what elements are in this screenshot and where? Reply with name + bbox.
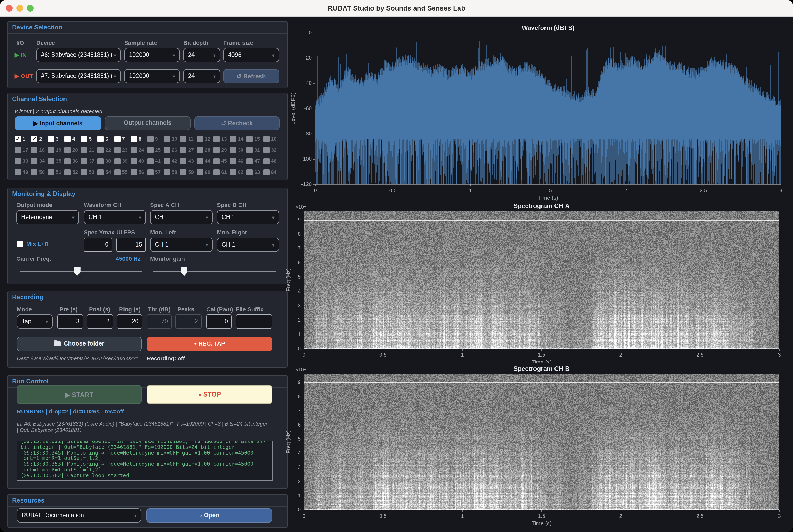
channel-cell: 10 xyxy=(164,133,180,144)
checkbox-icon xyxy=(48,147,54,153)
mix-lr-checkbox[interactable]: Mix L+R xyxy=(17,241,49,247)
checkbox-icon[interactable] xyxy=(81,136,88,142)
channel-cell: 48 xyxy=(263,155,279,167)
recheck-button[interactable]: ↺ Recheck xyxy=(194,116,279,130)
output-samplerate-dropdown[interactable]: 192000▼ xyxy=(124,69,179,83)
channel-cell: 51 xyxy=(48,167,64,177)
channel-number: 16 xyxy=(271,136,276,142)
gain-slider[interactable] xyxy=(153,266,276,277)
output-channels-button[interactable]: Output channels xyxy=(105,116,191,130)
channel-cell: 14 xyxy=(230,133,247,144)
ring-input[interactable]: 20 xyxy=(117,315,142,329)
recording-panel: Recording Mode Pre (s) Post (s) Ring (s)… xyxy=(7,291,288,368)
framesize-dropdown[interactable]: 4096▼ xyxy=(223,48,279,62)
checkbox-checked-icon[interactable]: ✓ xyxy=(15,136,21,142)
channel-number: 24 xyxy=(138,147,144,153)
channel-cell: 44 xyxy=(197,155,214,167)
mon-left-dropdown[interactable]: CH 1▼ xyxy=(150,238,213,252)
channel-number: 5 xyxy=(89,136,92,142)
output-device-dropdown[interactable]: #7: Babyface (23461881) (...▼ xyxy=(36,69,121,83)
mode-label: Mode xyxy=(17,306,32,312)
open-button[interactable]: ○ Open xyxy=(147,508,272,522)
mode-dropdown[interactable]: Tap▼ xyxy=(17,315,53,329)
output-mode-dropdown[interactable]: Heterodyne▼ xyxy=(16,210,79,224)
checkbox-icon[interactable] xyxy=(114,136,120,142)
slider-track[interactable] xyxy=(153,271,276,272)
start-button[interactable]: ▶ START xyxy=(17,385,142,404)
slider-thumb[interactable] xyxy=(74,267,81,276)
channel-cell: 63 xyxy=(247,167,263,177)
post-input[interactable]: 2 xyxy=(87,315,113,329)
input-device-dropdown[interactable]: #6: Babyface (23461881) (...▼ xyxy=(36,48,121,62)
channel-number: 15 xyxy=(254,136,260,142)
channel-cell: 62 xyxy=(230,167,247,177)
checkbox-icon[interactable] xyxy=(97,136,104,142)
output-bitdepth-dropdown[interactable]: 24▼ xyxy=(183,69,220,83)
channel-cell[interactable]: 8 xyxy=(131,133,147,144)
channel-number: 62 xyxy=(238,169,243,175)
channel-cell[interactable]: 6 xyxy=(97,133,114,144)
checkbox-icon[interactable] xyxy=(131,136,137,142)
log-line: [09:13:30.382] Capture loop started xyxy=(21,473,269,479)
checkbox-checked-icon[interactable]: ✓ xyxy=(31,136,38,142)
titlebar: RUBAT Studio by Sounds and Senses Lab xyxy=(0,0,793,17)
rec-tap-button[interactable]: ● REC. TAP xyxy=(147,337,272,352)
input-channels-button[interactable]: ▶ Input channels xyxy=(15,116,101,130)
channel-cell: 49 xyxy=(15,167,31,177)
channel-cell: 42 xyxy=(164,155,180,167)
stop-button[interactable]: ■ STOP xyxy=(147,385,272,404)
channel-number: 47 xyxy=(254,158,260,164)
spec-b-dropdown[interactable]: CH 1▼ xyxy=(217,210,279,224)
channel-number: 14 xyxy=(238,136,243,142)
channel-number: 18 xyxy=(39,147,45,153)
channel-cell[interactable]: 4 xyxy=(64,133,81,144)
file-suffix-input[interactable] xyxy=(236,315,272,329)
waveform-ch-dropdown[interactable]: CH 1▼ xyxy=(84,210,146,224)
col-io-label: I/O xyxy=(16,39,24,46)
checkbox-icon[interactable] xyxy=(64,136,71,142)
panel-title-device: Device Selection xyxy=(12,24,62,31)
checkbox-icon xyxy=(114,147,120,153)
carrier-slider[interactable] xyxy=(20,266,142,277)
waveform-ch-label: Waveform CH xyxy=(84,202,121,208)
spec-a-dropdown[interactable]: CH 1▼ xyxy=(150,210,213,224)
checkbox-icon xyxy=(214,169,220,175)
spec-a-label: Spec A CH xyxy=(150,202,179,208)
checkbox-icon xyxy=(131,169,137,175)
refresh-button[interactable]: ↺ Refresh xyxy=(223,69,279,83)
choose-folder-button[interactable]: Choose folder xyxy=(17,337,142,352)
pre-input[interactable]: 3 xyxy=(57,315,83,329)
chevron-down-icon: ▼ xyxy=(212,53,216,58)
channel-cell: 54 xyxy=(97,167,114,177)
channel-cell[interactable]: ✓2 xyxy=(31,133,48,144)
channel-cell[interactable]: 7 xyxy=(114,133,131,144)
documentation-dropdown[interactable]: RUBAT Documentation▼ xyxy=(17,508,141,522)
spectrogram-b-chart xyxy=(284,364,788,529)
channel-number: 58 xyxy=(172,169,177,175)
slider-thumb[interactable] xyxy=(181,267,188,276)
channel-cell[interactable]: 3 xyxy=(48,133,64,144)
slider-track[interactable] xyxy=(20,271,142,272)
channel-number: 39 xyxy=(122,158,128,164)
channel-cell: 28 xyxy=(197,144,214,155)
channel-cell: 46 xyxy=(230,155,247,167)
channel-cell[interactable]: ✓1 xyxy=(15,133,31,144)
channel-cell[interactable]: 5 xyxy=(81,133,98,144)
output-io-badge: ▶ OUT xyxy=(15,73,33,79)
input-bitdepth-dropdown[interactable]: 24▼ xyxy=(183,48,220,62)
channel-number: 53 xyxy=(89,169,95,175)
ui-fps-input[interactable]: 15 xyxy=(116,238,146,252)
log-line: bit integer | Out="Babyface (23461881)" … xyxy=(21,444,269,450)
spec-ymax-input[interactable]: 0 xyxy=(84,238,112,252)
checkbox-icon[interactable] xyxy=(48,136,54,142)
monitoring-panel: Monitoring & Display Output mode Wavefor… xyxy=(7,188,288,284)
cal-input[interactable]: 0 xyxy=(207,315,232,329)
checkbox-icon xyxy=(31,169,38,175)
channel-number: 54 xyxy=(105,169,111,175)
channel-number: 38 xyxy=(105,158,111,164)
channel-cell: 59 xyxy=(180,167,197,177)
input-samplerate-dropdown[interactable]: 192000▼ xyxy=(124,48,179,62)
mon-right-dropdown[interactable]: CH 1▼ xyxy=(217,238,279,252)
chevron-down-icon: ▼ xyxy=(113,74,117,79)
dest-path: Dest: /Users/ravi/Documents/RUBAT/Rec/20… xyxy=(17,356,138,361)
